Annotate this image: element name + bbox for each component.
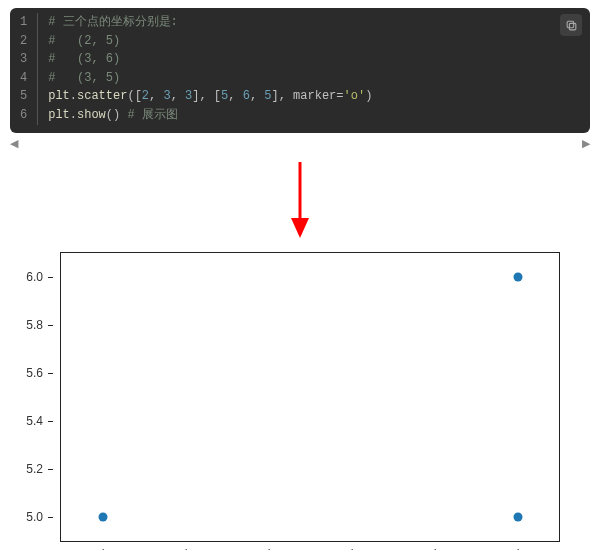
code-token: plt xyxy=(48,108,70,122)
code-token: ], [ xyxy=(192,89,221,103)
y-tick-label: 5.4 xyxy=(26,414,53,428)
y-tick-label: 5.6 xyxy=(26,366,53,380)
code-token: , xyxy=(171,89,185,103)
x-tick-label: 2.2 xyxy=(177,549,194,550)
x-tick-label: 2.0 xyxy=(94,549,111,550)
code-token: () xyxy=(106,108,128,122)
code-token: , xyxy=(149,89,163,103)
svg-rect-0 xyxy=(569,23,576,29)
x-tick-label: 2.4 xyxy=(260,549,277,550)
code-token: 2 xyxy=(142,89,149,103)
copy-button[interactable] xyxy=(560,14,582,36)
data-point xyxy=(513,512,522,521)
data-point xyxy=(513,272,522,281)
code-token: show xyxy=(77,108,106,122)
scatter-chart: 5.05.25.45.65.86.0 2.02.22.42.62.83.0 xyxy=(60,252,560,542)
code-line: plt.scatter([2, 3, 3], [5, 6, 5], marker… xyxy=(48,87,580,106)
line-number: 6 xyxy=(20,106,27,125)
y-tick-label: 5.2 xyxy=(26,462,53,476)
y-tick-label: 5.8 xyxy=(26,318,53,332)
code-line: # (3, 6) xyxy=(48,50,580,69)
data-point xyxy=(98,512,107,521)
code-token: # (2, 5) xyxy=(48,34,120,48)
code-token: # (3, 6) xyxy=(48,52,120,66)
arrow-down-icon xyxy=(286,160,314,240)
y-tick-label: 5.0 xyxy=(26,510,53,524)
scroll-left-icon[interactable]: ◀ xyxy=(10,137,18,150)
y-tick-label: 6.0 xyxy=(26,270,53,284)
code-line: # (2, 5) xyxy=(48,32,580,51)
code-token: 5 xyxy=(264,89,271,103)
line-number: 1 xyxy=(20,13,27,32)
code-token: . xyxy=(70,89,77,103)
line-numbers: 123456 xyxy=(20,13,38,125)
code-token: ], marker= xyxy=(272,89,344,103)
code-token: scatter xyxy=(77,89,127,103)
svg-marker-3 xyxy=(291,218,309,238)
horizontal-scroll: ◀ ▶ xyxy=(10,137,590,150)
code-line: # (3, 5) xyxy=(48,69,580,88)
code-token: # (3, 5) xyxy=(48,71,120,85)
code-token: 6 xyxy=(243,89,250,103)
scroll-right-icon[interactable]: ▶ xyxy=(582,137,590,150)
code-token: ([ xyxy=(127,89,141,103)
code-token: , xyxy=(228,89,242,103)
code-token: # 三个点的坐标分别是: xyxy=(48,15,178,29)
code-token: 'o' xyxy=(344,89,366,103)
code-line: # 三个点的坐标分别是: xyxy=(48,13,580,32)
code-token: 3 xyxy=(163,89,170,103)
plot-area: 5.05.25.45.65.86.0 2.02.22.42.62.83.0 xyxy=(60,252,560,542)
code-token: plt xyxy=(48,89,70,103)
line-number: 3 xyxy=(20,50,27,69)
line-number: 2 xyxy=(20,32,27,51)
code-token: . xyxy=(70,108,77,122)
code-token: # 展示图 xyxy=(127,108,177,122)
line-number: 5 xyxy=(20,87,27,106)
line-number: 4 xyxy=(20,69,27,88)
code-token: , xyxy=(250,89,264,103)
code-line: plt.show() # 展示图 xyxy=(48,106,580,125)
x-tick-label: 2.8 xyxy=(426,549,443,550)
x-tick-label: 3.0 xyxy=(509,549,526,550)
copy-icon xyxy=(565,19,578,32)
arrow-down xyxy=(10,160,590,240)
code-block: 123456 # 三个点的坐标分别是:# (2, 5)# (3, 6)# (3,… xyxy=(10,8,590,133)
code-token: ) xyxy=(365,89,372,103)
svg-rect-1 xyxy=(567,21,574,28)
x-tick-label: 2.6 xyxy=(343,549,360,550)
code-body: # 三个点的坐标分别是:# (2, 5)# (3, 6)# (3, 5)plt.… xyxy=(48,13,580,125)
